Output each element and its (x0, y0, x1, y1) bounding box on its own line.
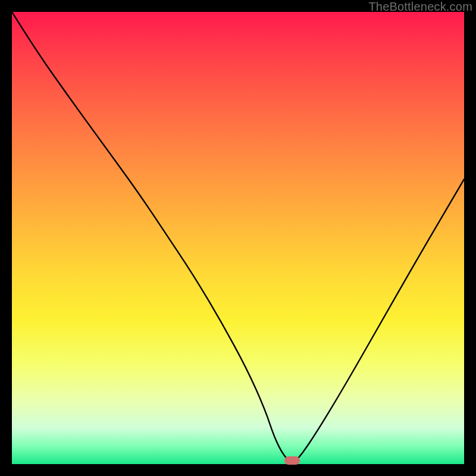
optimum-marker (284, 456, 300, 465)
bottleneck-curve (12, 12, 464, 464)
chart-frame: TheBottleneck.com (0, 0, 476, 476)
plot-area (12, 12, 464, 464)
